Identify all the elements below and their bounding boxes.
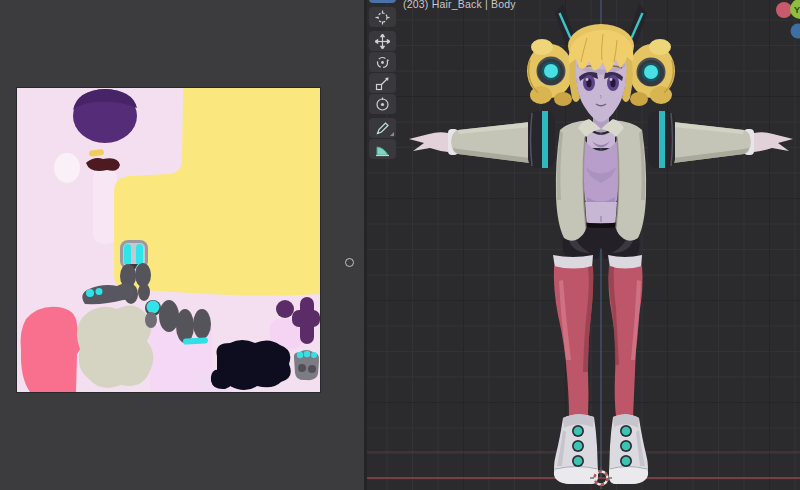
texture-head-blob [73, 89, 137, 143]
shoe-right [609, 414, 648, 484]
scale-tool-icon [375, 76, 390, 91]
tool-move[interactable] [369, 31, 396, 51]
viewport-toolbar [369, 0, 396, 160]
gizmo-y-label: Y [794, 5, 800, 15]
tool-annotate[interactable] [369, 118, 396, 138]
arm-right [648, 111, 793, 168]
rotate-tool-icon [375, 55, 390, 70]
tool-cursor[interactable] [369, 7, 396, 27]
blender-workspace: { "workspace": { "left_editor": "uv-imag… [0, 0, 800, 490]
speaker-left [537, 57, 566, 86]
stockings [554, 266, 643, 417]
texture-canvas [17, 88, 320, 392]
shoe-left [554, 414, 598, 484]
tool-transform[interactable] [369, 94, 396, 114]
texture-hotpink-blob [21, 307, 82, 392]
texture-beige-blob [77, 305, 153, 387]
tool-tweak-select[interactable] [369, 0, 396, 3]
annotate-tool-icon [375, 121, 390, 136]
tool-scale[interactable] [369, 73, 396, 93]
active-object-label: (203) Hair_Back | Body [403, 0, 516, 10]
cursor-tool-icon [375, 10, 390, 25]
measure-tool-icon [375, 142, 390, 157]
viewport-3d[interactable]: Y (203) Hair_Back | Body [367, 0, 800, 490]
axis-gizmo[interactable]: Y [776, 0, 800, 39]
uv-image-editor[interactable] [0, 0, 364, 490]
uv-2d-cursor[interactable] [345, 258, 354, 267]
move-tool-icon [375, 34, 390, 49]
tool-measure[interactable] [369, 139, 396, 159]
gizmo-z-ball[interactable] [791, 24, 800, 39]
texture-gray-cyan-blob [294, 350, 319, 380]
texture-image[interactable] [17, 88, 320, 392]
speaker-right [637, 58, 666, 87]
arm-left [409, 111, 555, 168]
viewport-canvas: Y [367, 0, 800, 490]
gizmo-x-ball[interactable] [776, 2, 792, 18]
face [569, 30, 634, 122]
tool-rotate[interactable] [369, 52, 396, 72]
transform-tool-icon [375, 97, 390, 112]
